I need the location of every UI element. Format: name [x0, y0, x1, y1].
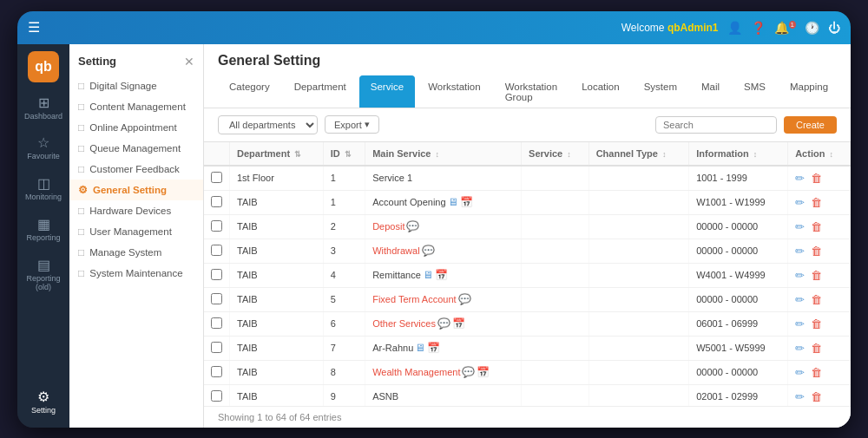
tab-sms[interactable]: SMS — [733, 75, 777, 108]
sidebar-item-setting[interactable]: ⚙ Setting — [17, 383, 69, 421]
sort-action-icon[interactable]: ↕ — [829, 150, 833, 159]
delete-icon[interactable]: 🗑 — [811, 293, 822, 306]
row-action: ✏ 🗑 — [788, 360, 851, 384]
nav-item-digital-signage[interactable]: □ Digital Signage — [69, 75, 203, 96]
dashboard-icon: ⊞ — [38, 95, 49, 111]
nav-item-content-management[interactable]: □ Content Management — [69, 96, 203, 117]
row-checkbox[interactable] — [211, 390, 222, 402]
sidebar-item-dashboard[interactable]: ⊞ Dashboard — [17, 89, 69, 127]
tab-workstation-group[interactable]: Workstation Group — [494, 75, 569, 108]
username-label: qbAdmin1 — [667, 22, 719, 34]
export-button[interactable]: Export ▾ — [325, 115, 379, 134]
tab-notifications[interactable]: Notifications — [841, 75, 851, 108]
tab-mapping[interactable]: Mapping — [779, 75, 839, 108]
row-action: ✏ 🗑 — [788, 336, 851, 360]
col-check — [204, 142, 230, 166]
col-id: ID ⇅ — [323, 142, 365, 166]
edit-icon[interactable]: ✏ — [795, 172, 805, 185]
help-icon[interactable]: ❓ — [751, 21, 766, 35]
nav-item-system-maintenance[interactable]: □ System Maintenance — [69, 263, 203, 284]
nav-item-customer-feedback[interactable]: □ Customer Feedback — [69, 159, 203, 180]
history-icon[interactable]: 🕐 — [805, 21, 819, 35]
tab-service[interactable]: Service — [359, 75, 415, 108]
main-service-name: Ar-Rahnu — [372, 343, 413, 353]
export-label: Export — [334, 120, 362, 130]
nav-item-general-setting[interactable]: ⚙ General Setting — [69, 180, 203, 200]
row-main-service: Service 1 — [365, 166, 522, 191]
tab-mail[interactable]: Mail — [690, 75, 731, 108]
delete-icon[interactable]: 🗑 — [811, 196, 822, 209]
delete-icon[interactable]: 🗑 — [811, 317, 822, 330]
left-nav-close-icon[interactable]: ✕ — [184, 55, 194, 69]
tab-category[interactable]: Category — [218, 75, 281, 108]
edit-icon[interactable]: ✏ — [795, 269, 805, 282]
search-input[interactable] — [655, 116, 777, 134]
delete-icon[interactable]: 🗑 — [811, 390, 822, 403]
calendar-icon: 📅 — [427, 342, 440, 354]
sort-service-icon[interactable]: ↕ — [567, 150, 571, 159]
row-checkbox[interactable] — [211, 245, 222, 256]
row-checkbox[interactable] — [211, 293, 222, 304]
delete-icon[interactable]: 🗑 — [811, 245, 822, 258]
nav-item-queue-management[interactable]: □ Queue Management — [69, 138, 203, 159]
row-action: ✏ 🗑 — [788, 166, 851, 191]
nav-label-queue-management: Queue Management — [89, 143, 181, 154]
nav-item-online-appointment[interactable]: □ Online Appointment — [69, 117, 203, 138]
row-action: ✏ 🗑 — [788, 311, 851, 336]
table-row: TAIB 1 Account Opening🖥📅 W1001 - W1999 ✏… — [204, 190, 851, 214]
calendar-icon: 📅 — [460, 196, 473, 208]
hamburger-icon[interactable]: ☰ — [28, 19, 40, 36]
table-container: Department ⇅ ID ⇅ Main Service ↕ Service… — [204, 142, 851, 406]
delete-icon[interactable]: 🗑 — [811, 172, 822, 185]
sidebar-item-favourite[interactable]: ☆ Favourite — [17, 129, 69, 167]
main-service-name: ASNB — [372, 391, 398, 402]
sort-channel-icon[interactable]: ↕ — [662, 150, 667, 159]
row-channel-type — [589, 287, 689, 311]
delete-icon[interactable]: 🗑 — [811, 220, 822, 233]
sidebar-item-monitoring[interactable]: ◫ Monitoring — [17, 170, 69, 207]
nav-item-manage-system[interactable]: □ Manage System — [69, 242, 203, 263]
row-checkbox[interactable] — [211, 220, 222, 232]
delete-icon[interactable]: 🗑 — [811, 269, 822, 282]
col-information: Information ↕ — [689, 142, 788, 166]
row-checkbox[interactable] — [211, 269, 222, 280]
sidebar-item-reporting-old[interactable]: ▤ Reporting (old) — [17, 252, 69, 297]
tab-location[interactable]: Location — [570, 75, 630, 108]
department-select[interactable]: All departments — [218, 115, 318, 134]
edit-icon[interactable]: ✏ — [795, 196, 805, 209]
tab-workstation[interactable]: Workstation — [417, 75, 492, 108]
sort-id-icon[interactable]: ⇅ — [345, 150, 352, 159]
nav-item-user-management[interactable]: □ User Management — [69, 221, 203, 242]
nav-label-customer-feedback: Customer Feedback — [89, 164, 180, 174]
sidebar-item-reporting[interactable]: ▦ Reporting — [17, 211, 69, 248]
table-body: 1st Floor 1 Service 1 1001 - 1999 ✏ 🗑 TA… — [204, 166, 851, 406]
row-service — [522, 239, 589, 263]
table-row: TAIB 9 ASNB 02001 - 02999 ✏ 🗑 — [204, 384, 851, 406]
edit-icon[interactable]: ✏ — [795, 366, 805, 379]
person-icon[interactable]: 👤 — [727, 21, 742, 35]
nav-item-hardware-devices[interactable]: □ Hardware Devices — [69, 200, 203, 221]
sort-dept-icon[interactable]: ⇅ — [294, 150, 301, 159]
edit-icon[interactable]: ✏ — [795, 245, 805, 258]
chat-icon: 💬 — [462, 366, 475, 378]
tab-system[interactable]: System — [633, 75, 688, 108]
edit-icon[interactable]: ✏ — [795, 220, 805, 233]
edit-icon[interactable]: ✏ — [795, 317, 805, 330]
delete-icon[interactable]: 🗑 — [811, 366, 822, 379]
edit-icon[interactable]: ✏ — [795, 293, 805, 306]
row-checkbox[interactable] — [211, 366, 222, 377]
power-icon[interactable]: ⏻ — [828, 21, 840, 35]
notification-icon[interactable]: 🔔1 — [774, 21, 796, 35]
delete-icon[interactable]: 🗑 — [811, 342, 822, 355]
edit-icon[interactable]: ✏ — [795, 342, 805, 355]
row-checkbox[interactable] — [211, 196, 222, 207]
tab-department[interactable]: Department — [283, 75, 358, 108]
create-button[interactable]: Create — [784, 116, 837, 134]
row-checkbox[interactable] — [211, 317, 222, 329]
row-checkbox[interactable] — [211, 172, 222, 183]
sort-info-icon[interactable]: ↕ — [753, 150, 758, 159]
edit-icon[interactable]: ✏ — [795, 390, 805, 403]
row-checkbox[interactable] — [211, 342, 222, 353]
sort-main-service-icon[interactable]: ↕ — [436, 150, 440, 159]
calendar-icon: 📅 — [452, 317, 465, 330]
